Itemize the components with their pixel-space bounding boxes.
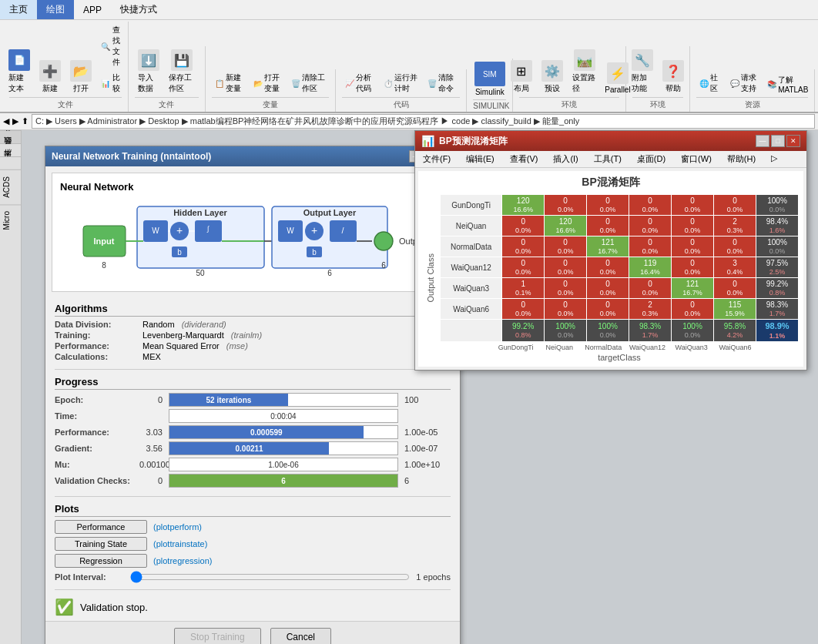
training-state-plot-link[interactable]: (plottrainstate) xyxy=(153,539,207,548)
row-label-3: NormalData xyxy=(441,236,502,257)
nav-up-icon[interactable]: ⬆ xyxy=(22,116,28,126)
val-checks-bar: 6 xyxy=(169,474,398,488)
bp-window-controls: — □ ✕ xyxy=(756,135,800,147)
bp-menu-help[interactable]: 帮助(H) xyxy=(719,151,763,167)
left-sidebar: 当前文件夹 函数 脚本 ACDS Micro xyxy=(0,130,22,644)
time-current: 0:00:04 xyxy=(169,410,397,422)
ribbon-file-label: 文件 xyxy=(9,97,122,110)
bp-menu-extra[interactable]: ▷ xyxy=(763,151,785,167)
ribbon-btn-setpath[interactable]: 🛤️ 设置路径 xyxy=(569,48,601,96)
bp-confusion-window: 📊 BP预测混淆矩阵 — □ ✕ 文件(F) 编辑(E) 查看(V) 插入(I) xyxy=(414,130,807,371)
ribbon-env-buttons: ⊞ 布局 ⚙️ 预设 🛤️ 设置路径 ⚡ Parallel xyxy=(508,48,632,96)
ribbon-btn-layout[interactable]: ⊞ 布局 xyxy=(508,59,535,96)
bp-close-btn[interactable]: ✕ xyxy=(786,135,800,147)
algorithms-section: Algorithms Data Division: Random (divide… xyxy=(45,298,460,366)
sidebar-tab-acds[interactable]: ACDS xyxy=(0,169,21,204)
mu-min: 0.00100 xyxy=(139,460,163,469)
matrix-row-4: WaiQuan12 00.0% 00.0% 00.0% 11916.4% 00.… xyxy=(441,257,799,278)
svg-text:50: 50 xyxy=(196,269,205,277)
performance-plot-btn[interactable]: Performance xyxy=(55,520,147,534)
cell-2-5: 00.0% xyxy=(672,216,714,236)
nav-forward-icon[interactable]: ▶ xyxy=(12,116,18,126)
ribbon-btn-clear-cmd[interactable]: 🗑️清除命令 xyxy=(424,71,460,96)
bp-menubar: 文件(F) 编辑(E) 查看(V) 插入(I) 工具(T) 桌面(D) 窗口(W… xyxy=(415,151,806,168)
mu-label: Mu: xyxy=(55,460,139,469)
performance-plot-link[interactable]: (plotperform) xyxy=(153,522,202,532)
nav-back-icon[interactable]: ◀ xyxy=(3,116,9,126)
cell-4-6: 30.4% xyxy=(714,257,756,278)
ribbon-btn-open-var[interactable]: 📂打开变量 xyxy=(250,71,286,96)
sidebar-tab-functions[interactable]: 函数 xyxy=(0,143,21,156)
support-icon: 💬 xyxy=(730,79,739,88)
ribbon-group-code: 📈分析代码 ⏱️运行并计时 🗑️清除命令 代码 xyxy=(336,69,467,112)
ribbon-btn-analyze[interactable]: 📈分析代码 xyxy=(342,71,377,96)
bp-menu-edit[interactable]: 编辑(E) xyxy=(458,151,502,167)
ribbon-btn-new[interactable]: ➕ 新建 xyxy=(36,59,64,96)
mu-current: 1.00e-06 xyxy=(169,458,397,471)
perf-current: 0.000599 xyxy=(250,428,283,437)
ribbon-btn-save[interactable]: 💾 保存工作区 xyxy=(166,48,198,96)
matrix-row-2: NeiQuan 00.0% 12016.6% 00.0% 00.0% 00.0%… xyxy=(441,216,799,236)
gradient-row: Gradient: 3.56 0.00211 1.00e-07 xyxy=(55,441,451,455)
menu-app[interactable]: APP xyxy=(74,0,111,19)
plot-interval-slider[interactable] xyxy=(130,571,410,583)
ribbon-btn-support[interactable]: 💬请求支持 xyxy=(727,71,761,96)
ribbon-btn-help[interactable]: ❓ 帮助 xyxy=(659,59,687,96)
ribbon-btn-community[interactable]: 🌐社区 xyxy=(696,71,724,96)
ribbon-group-simulink: SIM Simulink SIMULINK xyxy=(467,59,513,112)
svg-text:8: 8 xyxy=(102,261,106,270)
col-label-empty2 xyxy=(757,344,799,351)
bp-menu-insert[interactable]: 插入(I) xyxy=(545,151,585,167)
bp-maximize-btn[interactable]: □ xyxy=(771,135,785,147)
overall-acc: 98.9%1.1% xyxy=(756,320,799,342)
ribbon-btn-run-time[interactable]: ⏱️运行并计时 xyxy=(381,71,421,96)
ribbon-btn-import[interactable]: ⬇️ 导入数据 xyxy=(135,48,163,96)
cancel-btn[interactable]: Cancel xyxy=(270,628,331,644)
svg-point-30 xyxy=(374,232,393,250)
ribbon-file-sub: 🔍查找文件 📊比较 xyxy=(98,23,126,96)
col-label-4: WaiQuan12 xyxy=(625,344,669,351)
cell-2-acc: 98.4%1.6% xyxy=(756,216,799,236)
menu-shortcut[interactable]: 快捷方式 xyxy=(111,0,166,19)
ribbon-btn-new-var[interactable]: 📋新建变量 xyxy=(212,71,247,96)
help-icon: ❓ xyxy=(662,60,684,82)
cell-2-1: 00.0% xyxy=(502,216,545,236)
bp-menu-view[interactable]: 查看(V) xyxy=(502,151,546,167)
sidebar-tab-current-folder[interactable]: 当前文件夹 xyxy=(0,130,21,143)
matrix-table-wrapper: GunDongTi 12016.6% 00.0% 00.0% 00.0% 00.… xyxy=(440,194,799,362)
ribbon-btn-learn[interactable]: 📚了解MATLAB xyxy=(764,73,808,96)
bp-menu-file[interactable]: 文件(F) xyxy=(415,151,458,167)
stop-training-btn[interactable]: Stop Training xyxy=(174,628,261,644)
bp-menu-tools[interactable]: 工具(T) xyxy=(586,151,629,167)
ribbon-btn-compare[interactable]: 📊比较 xyxy=(98,71,126,96)
parallel-icon: ⚡ xyxy=(607,62,629,84)
cell-5-5: 12116.7% xyxy=(672,278,714,299)
ribbon-btn-new-text[interactable]: 📄 新建文本 xyxy=(5,48,33,96)
data-division-value: Random (dividerand) xyxy=(142,320,451,329)
gradient-label: Gradient: xyxy=(55,444,139,453)
ribbon-btn-find[interactable]: 🔍查找文件 xyxy=(98,23,126,69)
regression-plot-link[interactable]: (plotregression) xyxy=(153,556,212,565)
bp-menu-desktop[interactable]: 桌面(D) xyxy=(629,151,673,167)
bp-menu-window[interactable]: 窗口(W) xyxy=(673,151,719,167)
sidebar-tab-micro[interactable]: Micro xyxy=(0,204,21,236)
sep3 xyxy=(55,589,451,590)
ribbon-btn-open[interactable]: 📂 打开 xyxy=(67,59,95,96)
ribbon-btn-preset[interactable]: ⚙️ 预设 xyxy=(538,59,566,96)
cell-5-1: 10.1% xyxy=(502,278,545,299)
ribbon-btn-simulink[interactable]: SIM Simulink xyxy=(471,60,508,98)
ribbon-help-label: 环境 xyxy=(632,97,683,110)
ribbon-btn-clear-var[interactable]: 🗑️清除工作区 xyxy=(288,71,329,96)
setpath-label: 设置路径 xyxy=(572,72,598,94)
regression-plot-btn[interactable]: Regression xyxy=(55,554,147,568)
bp-minimize-btn[interactable]: — xyxy=(756,135,769,147)
ribbon-btn-addon[interactable]: 🔧 附加功能 xyxy=(629,48,656,96)
training-state-plot-btn[interactable]: Training State xyxy=(55,537,147,551)
menu-plot[interactable]: 绘图 xyxy=(37,0,74,19)
sep2 xyxy=(55,496,451,497)
algorithms-grid: Data Division: Random (dividerand) Train… xyxy=(55,320,451,361)
sidebar-tab-scripts[interactable]: 脚本 xyxy=(0,156,21,169)
cell-4-3: 00.0% xyxy=(587,257,629,278)
import-icon: ⬇️ xyxy=(138,49,159,71)
menu-home[interactable]: 主页 xyxy=(0,0,37,19)
